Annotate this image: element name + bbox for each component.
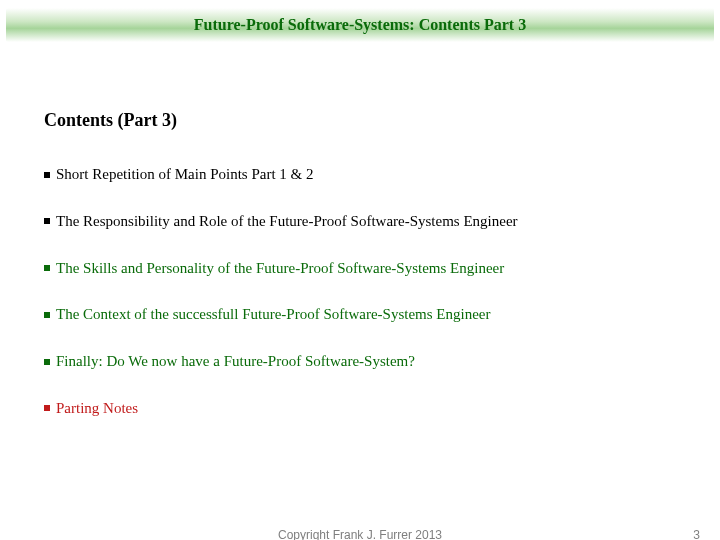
bullet-icon <box>44 218 50 224</box>
contents-item: Finally: Do We now have a Future-Proof S… <box>44 352 676 371</box>
item-text: Short Repetition of Main Points Part 1 &… <box>56 166 314 182</box>
copyright-text: Copyright Frank J. Furrer 2013 <box>0 528 720 540</box>
page-number: 3 <box>693 528 700 540</box>
contents-item: Parting Notes <box>44 399 676 418</box>
slide-body: Contents (Part 3) Short Repetition of Ma… <box>44 110 676 446</box>
bullet-icon <box>44 265 50 271</box>
header-bar: Future-Proof Software-Systems: Contents … <box>6 8 714 42</box>
bullet-icon <box>44 172 50 178</box>
contents-item: Short Repetition of Main Points Part 1 &… <box>44 165 676 184</box>
contents-item: The Responsibility and Role of the Futur… <box>44 212 676 231</box>
header-title: Future-Proof Software-Systems: Contents … <box>194 16 526 34</box>
item-text: The Context of the successfull Future-Pr… <box>56 306 491 322</box>
bullet-icon <box>44 405 50 411</box>
contents-item: The Skills and Personality of the Future… <box>44 259 676 278</box>
bullet-icon <box>44 312 50 318</box>
subtitle: Contents (Part 3) <box>44 110 676 131</box>
item-text: The Skills and Personality of the Future… <box>56 260 504 276</box>
item-text: Parting Notes <box>56 400 138 416</box>
item-text: Finally: Do We now have a Future-Proof S… <box>56 353 415 369</box>
item-text: The Responsibility and Role of the Futur… <box>56 213 518 229</box>
slide: Future-Proof Software-Systems: Contents … <box>0 0 720 540</box>
contents-item: The Context of the successfull Future-Pr… <box>44 305 676 324</box>
bullet-icon <box>44 359 50 365</box>
